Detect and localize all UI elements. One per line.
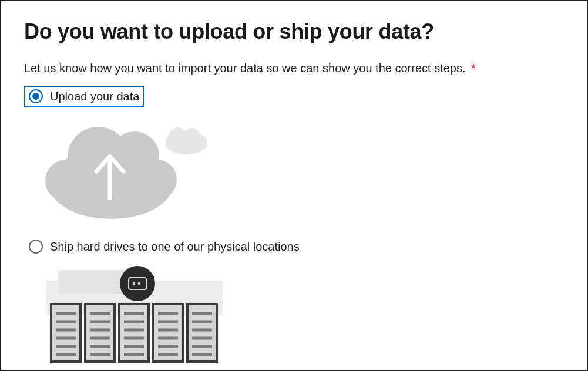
required-asterisk: * <box>471 62 476 75</box>
rack-4 <box>153 304 183 362</box>
option-ship-label: Ship hard drives to one of our physical … <box>50 240 300 254</box>
svg-point-6 <box>45 160 88 202</box>
cloud-upload-icon <box>41 110 217 222</box>
option-upload-label: Upload your data <box>50 90 139 103</box>
import-method-radio-group: Upload your data <box>24 86 564 368</box>
server-rack-icon <box>41 263 229 366</box>
cloud-upload-illustration <box>41 110 217 222</box>
svg-point-11 <box>120 266 155 301</box>
option-ship-row[interactable]: Ship hard drives to one of our physical … <box>24 236 304 257</box>
svg-rect-10 <box>58 270 129 294</box>
svg-point-1 <box>169 127 187 146</box>
rack-2 <box>85 304 115 362</box>
rack-1 <box>51 304 80 362</box>
rack-3 <box>119 304 149 362</box>
svg-point-2 <box>185 128 199 142</box>
rack-5 <box>187 304 217 362</box>
option-upload-row[interactable]: Upload your data <box>24 86 144 107</box>
instruction-text: Let us know how you want to import your … <box>24 62 564 75</box>
page-title: Do you want to upload or ship your data? <box>24 19 564 44</box>
svg-point-14 <box>138 282 141 285</box>
radio-ship[interactable] <box>29 240 43 254</box>
radio-upload[interactable] <box>29 89 43 103</box>
instruction-body: Let us know how you want to import your … <box>24 62 466 75</box>
svg-point-13 <box>133 282 136 285</box>
svg-point-7 <box>137 160 177 200</box>
server-rack-illustration <box>41 263 229 368</box>
